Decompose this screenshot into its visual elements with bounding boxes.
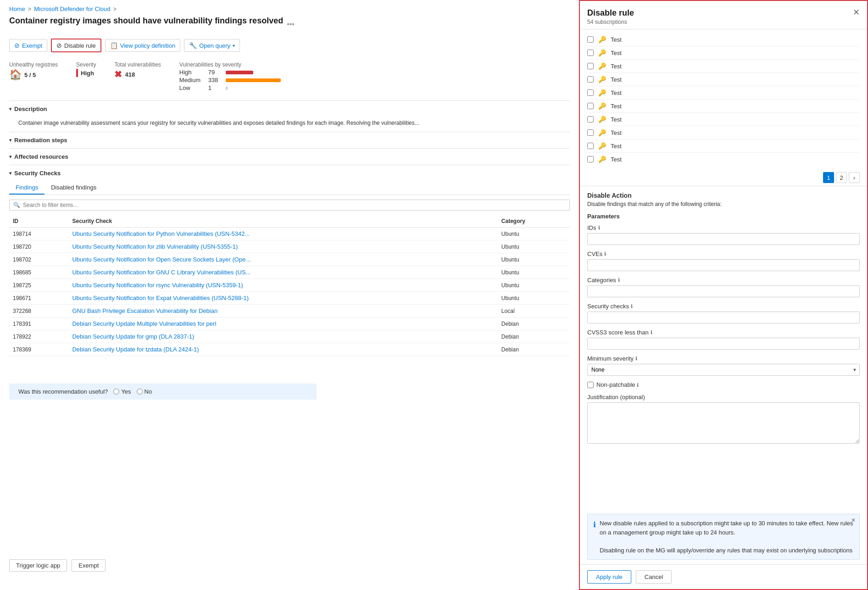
exempt-button[interactable]: ⊘ Exempt (9, 39, 47, 52)
table-row: 178369 Debian Security Update for tzdata… (9, 343, 570, 356)
check-link[interactable]: Ubuntu Security Notification for zlib Vu… (72, 243, 238, 250)
non-patchable-info-icon[interactable]: ℹ (637, 382, 639, 388)
page-1-button[interactable]: 1 (823, 172, 834, 183)
feedback-yes-radio[interactable] (113, 389, 119, 395)
breadcrumb-home[interactable]: Home (9, 6, 25, 12)
feedback-no-label[interactable]: No (137, 388, 152, 395)
subscription-checkbox-9[interactable] (587, 156, 594, 162)
trigger-logic-app-button[interactable]: Trigger logic app (9, 559, 67, 572)
disable-rule-button[interactable]: ⊘ Disable rule (51, 39, 101, 52)
subscription-name: Test (611, 89, 622, 96)
subscription-checkbox-4[interactable] (587, 89, 594, 96)
high-count: 79 (208, 69, 222, 76)
table-row: 178922 Debian Security Update for gmp (D… (9, 330, 570, 343)
justification-textarea[interactable] (587, 402, 860, 444)
error-icon: ✖ (114, 69, 122, 80)
low-count: 1 (208, 84, 222, 91)
search-input[interactable] (23, 202, 161, 208)
info-close-button[interactable]: ✕ (851, 517, 856, 523)
affected-header[interactable]: ▾ Affected resources (9, 148, 570, 165)
subscription-checkbox-5[interactable] (587, 103, 594, 109)
description-header[interactable]: ▾ Description (9, 100, 570, 117)
security-checks-header[interactable]: ▾ Security Checks (9, 165, 570, 181)
cancel-button[interactable]: Cancel (636, 570, 672, 584)
next-page-button[interactable]: › (849, 172, 860, 183)
ids-input[interactable] (587, 233, 860, 245)
panel-close-button[interactable]: ✕ (853, 8, 860, 17)
cell-check: Ubuntu Security Notification for zlib Vu… (68, 240, 497, 253)
check-link[interactable]: Ubuntu Security Notification for GNU C L… (72, 269, 250, 276)
subscription-key-icon: 🔑 (598, 102, 606, 110)
metric-total-vuln: Total vulnerabilities ✖ 418 (114, 61, 161, 80)
security-checks-input[interactable] (587, 312, 860, 323)
feedback-bar: Was this recommendation useful? Yes No (9, 384, 317, 400)
cell-id: 198685 (9, 266, 68, 279)
check-link[interactable]: GNU Bash Privilege Escalation Vulnerabil… (72, 307, 217, 314)
cell-id: 198702 (9, 253, 68, 266)
low-bar (226, 86, 228, 90)
cell-id: 178369 (9, 343, 68, 356)
non-patchable-label[interactable]: Non-patchable ℹ (596, 381, 639, 388)
breadcrumb-defender[interactable]: Microsoft Defender for Cloud (34, 6, 110, 12)
description-section: ▾ Description Container image vulnerabil… (9, 100, 570, 132)
tab-findings[interactable]: Findings (9, 181, 45, 195)
subscription-checkbox-2[interactable] (587, 63, 594, 69)
search-icon: 🔍 (13, 202, 20, 208)
subscription-checkbox-6[interactable] (587, 116, 594, 122)
check-link[interactable]: Ubuntu Security Notification for Expat V… (72, 295, 249, 301)
check-link[interactable]: Ubuntu Security Notification for Open Se… (72, 256, 250, 263)
check-link[interactable]: Debian Security Update for gmp (DLA 2837… (72, 333, 194, 340)
min-severity-label: Minimum severity (587, 355, 634, 362)
cell-category: Debian (498, 330, 570, 343)
cves-input[interactable] (587, 259, 860, 271)
non-patchable-checkbox[interactable] (587, 382, 594, 388)
affected-section: ▾ Affected resources (9, 148, 570, 165)
findings-table: ID Security Check Category 198714 Ubuntu… (9, 215, 570, 356)
page-2-button[interactable]: 2 (836, 172, 847, 183)
security-checks-info-icon[interactable]: ℹ (631, 303, 633, 309)
subscription-key-icon: 🔑 (598, 116, 606, 123)
table-row: 198714 Ubuntu Security Notification for … (9, 228, 570, 240)
cvss3-info-icon[interactable]: ℹ (651, 329, 652, 335)
open-query-button[interactable]: 🔧 Open query ▾ (184, 39, 240, 52)
subscription-checkbox-0[interactable] (587, 36, 594, 43)
categories-info-icon[interactable]: ℹ (618, 277, 620, 283)
ids-info-icon[interactable]: ℹ (598, 225, 600, 231)
non-patchable-row: Non-patchable ℹ (587, 381, 860, 388)
table-row: 198685 Ubuntu Security Notification for … (9, 266, 570, 279)
panel-subtitle: 54 subscriptions (587, 19, 634, 25)
page-title-more[interactable]: ••• (287, 20, 295, 28)
subscription-name: Test (611, 103, 622, 110)
cvss3-input[interactable] (587, 338, 860, 350)
cell-check: Ubuntu Security Notification for Expat V… (68, 292, 497, 305)
exempt-bottom-button[interactable]: Exempt (72, 559, 106, 572)
cell-check: Debian Security Update for gmp (DLA 2837… (68, 330, 497, 343)
cvss3-label: CVSS3 score less than (587, 329, 649, 336)
feedback-yes-label[interactable]: Yes (113, 388, 131, 395)
check-link[interactable]: Debian Security Update Multiple Vulnerab… (72, 320, 216, 327)
subscription-checkbox-8[interactable] (587, 143, 594, 149)
subscription-key-icon: 🔑 (598, 62, 606, 70)
min-severity-select[interactable]: NoneLowMediumHighCritical (587, 364, 860, 376)
check-link[interactable]: Debian Security Update for tzdata (DLA 2… (72, 346, 199, 353)
view-policy-button[interactable]: 📋 View policy definition (105, 39, 180, 52)
check-link[interactable]: Ubuntu Security Notification for rsync V… (72, 282, 243, 289)
disable-rule-panel: Disable rule 54 subscriptions ✕ 🔑 Test 🔑… (579, 0, 868, 590)
feedback-no-radio[interactable] (137, 389, 143, 395)
subscription-checkbox-7[interactable] (587, 129, 594, 136)
findings-search-box[interactable]: 🔍 (9, 200, 570, 211)
remediation-label: Remediation steps (14, 137, 67, 144)
cves-info-icon[interactable]: ℹ (604, 251, 606, 257)
tab-disabled-findings[interactable]: Disabled findings (45, 181, 103, 195)
subscription-name: Test (611, 50, 622, 56)
remediation-header[interactable]: ▾ Remediation steps (9, 132, 570, 148)
min-severity-info-icon[interactable]: ℹ (635, 356, 637, 362)
panel-header: Disable rule 54 subscriptions ✕ (580, 1, 867, 29)
subscription-checkbox-1[interactable] (587, 50, 594, 56)
check-link[interactable]: Ubuntu Security Notification for Python … (72, 230, 250, 237)
categories-input[interactable] (587, 285, 860, 297)
security-checks-param-label: Security checks (587, 303, 629, 310)
apply-rule-button[interactable]: Apply rule (587, 570, 631, 584)
dropdown-arrow-icon: ▾ (233, 43, 235, 48)
subscription-checkbox-3[interactable] (587, 76, 594, 83)
